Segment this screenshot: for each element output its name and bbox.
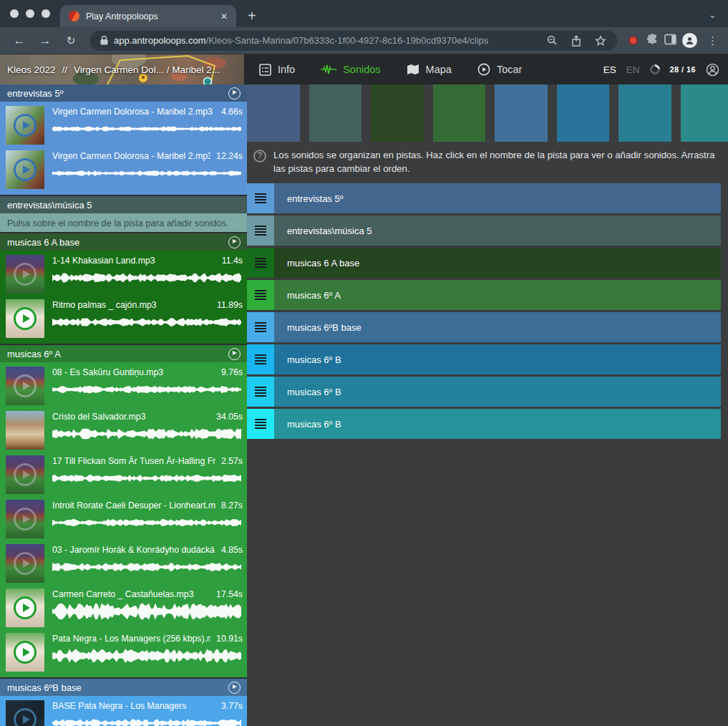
track-color-tile[interactable] bbox=[309, 84, 362, 142]
clip-thumbnail[interactable] bbox=[6, 255, 44, 294]
audio-clip[interactable]: Pata Negra - Los Managers (256 kbps).mp3… bbox=[6, 631, 243, 675]
account-icon[interactable] bbox=[706, 63, 719, 77]
audio-clip[interactable]: Virgen Carmen Dolorosa - Maribel 2.mp312… bbox=[6, 148, 243, 193]
play-icon[interactable] bbox=[14, 708, 37, 726]
track-section-header[interactable]: musicas 6 A base bbox=[0, 233, 247, 251]
play-icon[interactable] bbox=[14, 508, 37, 531]
track-name-button[interactable]: musicas 6 A base bbox=[274, 248, 721, 278]
track-color-tile[interactable] bbox=[247, 84, 300, 142]
side-panel-icon[interactable] bbox=[664, 34, 676, 48]
track-name-button[interactable]: musicas 6º B bbox=[274, 377, 721, 407]
track-color-tile[interactable] bbox=[495, 84, 548, 142]
track-section-header[interactable]: musicas 6ºB base bbox=[0, 679, 247, 696]
track-row[interactable]: musicas 6 A base bbox=[247, 248, 721, 278]
track-drag-handle[interactable] bbox=[247, 344, 274, 374]
section-play-button[interactable] bbox=[228, 682, 241, 694]
window-zoom-button[interactable] bbox=[42, 9, 50, 18]
clip-thumbnail[interactable] bbox=[6, 700, 44, 726]
clip-thumbnail[interactable] bbox=[6, 500, 44, 538]
track-row[interactable]: entrevistas\música 5 bbox=[247, 216, 721, 246]
forward-button[interactable]: → bbox=[34, 34, 56, 48]
clip-thumbnail[interactable] bbox=[6, 299, 44, 338]
audio-clip[interactable]: Introit Rorate Caeli Desuper - Lionheart… bbox=[6, 498, 243, 542]
audio-clip[interactable]: 08 - Es Sakūru Guntiņu.mp39.76s bbox=[6, 364, 243, 409]
share-icon[interactable] bbox=[567, 35, 586, 47]
play-icon[interactable] bbox=[14, 463, 37, 486]
zoom-page-icon[interactable] bbox=[543, 35, 561, 46]
reload-button[interactable]: ↻ bbox=[60, 34, 82, 47]
section-play-button[interactable] bbox=[228, 236, 241, 248]
play-icon[interactable] bbox=[14, 419, 37, 442]
back-button[interactable]: ← bbox=[9, 34, 30, 48]
nav-tab-info[interactable]: Info bbox=[259, 64, 295, 76]
track-name-button[interactable]: musicas 6º A bbox=[274, 280, 721, 310]
lang-en-button[interactable]: EN bbox=[626, 64, 640, 75]
track-row[interactable]: musicas 6ºB base bbox=[247, 312, 721, 342]
track-drag-handle[interactable] bbox=[247, 183, 274, 213]
clip-thumbnail[interactable] bbox=[6, 455, 44, 494]
track-drag-handle[interactable] bbox=[247, 280, 274, 310]
clip-thumbnail[interactable] bbox=[6, 150, 44, 189]
profile-avatar[interactable] bbox=[682, 33, 697, 48]
track-drag-handle[interactable] bbox=[247, 216, 274, 246]
audio-clip[interactable]: BASE Pata Negra - Los Managers3.77s bbox=[6, 698, 243, 726]
audio-clip[interactable]: Carmen Carreto _ Castañuelas.mp317.54s bbox=[6, 586, 243, 631]
tab-close-icon[interactable]: ✕ bbox=[220, 11, 228, 21]
new-tab-button[interactable]: + bbox=[236, 9, 256, 27]
clip-thumbnail[interactable] bbox=[6, 106, 44, 145]
clip-thumbnail[interactable] bbox=[6, 589, 44, 627]
track-color-tile[interactable] bbox=[371, 84, 424, 142]
nav-tab-sonidos[interactable]: Sonidos bbox=[321, 64, 380, 75]
audio-clip[interactable]: 17 Till Flickan Som Är Tusen År-Halling … bbox=[6, 453, 243, 498]
window-close-button[interactable] bbox=[10, 9, 19, 18]
breadcrumb-project[interactable]: Kleos 2022 bbox=[7, 64, 56, 75]
nav-tab-mapa[interactable]: Mapa bbox=[407, 64, 452, 75]
play-icon[interactable] bbox=[14, 307, 37, 330]
extensions-puzzle-icon[interactable] bbox=[646, 33, 659, 48]
track-row[interactable]: musicas 6º A bbox=[247, 280, 721, 310]
browser-menu-icon[interactable]: ⋮ bbox=[703, 34, 719, 47]
play-icon[interactable] bbox=[14, 158, 37, 181]
track-name-button[interactable]: entrevistas 5º bbox=[274, 183, 721, 213]
track-drag-handle[interactable] bbox=[247, 377, 274, 407]
tab-search-chevron-icon[interactable]: ⌄ bbox=[709, 9, 728, 27]
clip-thumbnail[interactable] bbox=[6, 367, 44, 405]
window-minimize-button[interactable] bbox=[26, 9, 34, 18]
track-drag-handle[interactable] bbox=[247, 409, 274, 439]
track-section-header[interactable]: musicas 6º A bbox=[0, 345, 247, 362]
bookmark-star-icon[interactable] bbox=[591, 35, 610, 47]
nav-tab-tocar[interactable]: Tocar bbox=[477, 63, 522, 76]
lock-icon[interactable] bbox=[100, 36, 108, 45]
track-name-button[interactable]: entrevistas\música 5 bbox=[274, 216, 721, 246]
track-name-button[interactable]: musicas 6º B bbox=[274, 409, 721, 439]
recording-indicator-icon[interactable] bbox=[628, 36, 638, 45]
play-icon[interactable] bbox=[14, 374, 37, 397]
play-icon[interactable] bbox=[14, 114, 37, 137]
browser-tab[interactable]: Play Antropoloops ✕ bbox=[60, 5, 236, 27]
track-color-tile[interactable] bbox=[557, 84, 610, 142]
track-drag-handle[interactable] bbox=[247, 312, 274, 342]
address-bar[interactable]: app.antropoloops.com/Kleos-Santa-Marina/… bbox=[90, 31, 617, 51]
play-icon[interactable] bbox=[14, 263, 37, 286]
audio-clip[interactable]: Cristo del Salvador.mp334.05s bbox=[6, 409, 243, 453]
play-icon[interactable] bbox=[14, 641, 37, 664]
audio-clip[interactable]: 03 - Jaromír Horák & Konrádyho dudácká .… bbox=[6, 542, 243, 586]
track-row[interactable]: musicas 6º B bbox=[247, 377, 721, 407]
section-play-button[interactable] bbox=[228, 348, 241, 360]
play-icon[interactable] bbox=[14, 552, 37, 575]
clip-thumbnail[interactable] bbox=[6, 544, 44, 583]
breadcrumb[interactable]: Kleos 2022 // Virgen Carmen Dol... / Mar… bbox=[0, 54, 244, 84]
track-color-tile[interactable] bbox=[433, 84, 486, 142]
track-row[interactable]: musicas 6º B bbox=[247, 344, 721, 374]
track-row[interactable]: entrevistas 5º bbox=[247, 183, 721, 213]
audio-clip[interactable]: Ritmo palmas _ cajón.mp311.89s bbox=[6, 297, 243, 342]
audio-clip[interactable]: 1-14 Khakasian Land.mp311.4s bbox=[6, 253, 243, 297]
track-color-tile[interactable] bbox=[618, 84, 671, 142]
clip-thumbnail[interactable] bbox=[6, 411, 44, 450]
clip-thumbnail[interactable] bbox=[6, 633, 44, 672]
play-icon[interactable] bbox=[14, 596, 37, 619]
track-section-header[interactable]: entrevistas\música 5 bbox=[0, 196, 247, 213]
track-color-tile[interactable] bbox=[681, 84, 728, 142]
track-name-button[interactable]: musicas 6ºB base bbox=[274, 312, 721, 342]
track-row[interactable]: musicas 6º B bbox=[247, 409, 721, 439]
